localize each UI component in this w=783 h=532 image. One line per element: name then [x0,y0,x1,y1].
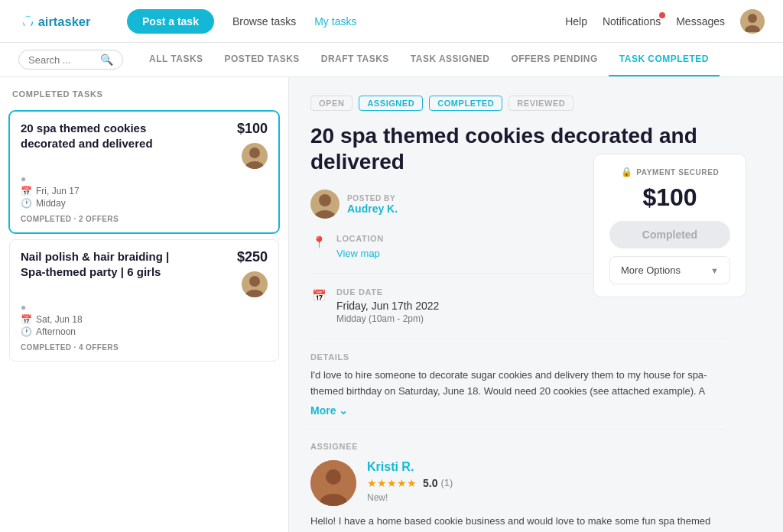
detail-pane: OPEN ASSIGNED COMPLETED REVIEWED 20 spa … [289,77,783,532]
status-steps: OPEN ASSIGNED COMPLETED REVIEWED [310,96,726,111]
more-button[interactable]: More ⌄ [310,404,348,417]
step-completed: COMPLETED [429,96,502,111]
task-date-1: Fri, Jun 17 [36,186,80,196]
tab-task-assigned[interactable]: TASK ASSIGNED [400,43,501,76]
poster-info: POSTED BY Audrey K. [310,190,398,219]
poster-avatar [310,190,340,219]
notification-badge [659,12,665,18]
payment-card: 🔒 PAYMENT SECURED $100 Completed More Op… [593,154,746,297]
rating-score: 5.0 [423,477,437,489]
main-layout: COMPLETED TASKS 20 spa themed cookies de… [0,77,783,532]
calendar-icon-1: 📅 [21,186,32,196]
header-right: Help Notifications Messages [565,9,765,34]
task-card-2[interactable]: Nail polish & hair braiding | Spa-themed… [9,239,279,362]
task-card-title-2: Nail polish & hair braiding | Spa-themed… [21,249,197,279]
svg-point-6 [245,290,264,297]
user-avatar[interactable] [740,9,765,34]
post-task-button[interactable]: Post a task [127,9,214,34]
task-status-2: COMPLETED · 4 offers [21,343,119,352]
svg-point-10 [326,469,341,485]
step-assigned: ASSIGNED [359,96,423,111]
chevron-down-icon: ▼ [710,266,719,275]
task-time-2: Afternoon [36,326,76,337]
task-status-1: COMPLETED · 2 offers [21,215,119,223]
assignee-label: ASSIGNEE [310,442,726,451]
tab-posted-tasks[interactable]: POSTED TASKS [214,43,310,76]
tab-draft-tasks[interactable]: DRAFT TASKS [310,43,400,76]
task-card-price-1: $100 [237,121,268,137]
sidebar: COMPLETED TASKS 20 spa themed cookies de… [0,77,289,532]
due-date-value: Friday, Jun 17th 2022 [336,300,439,312]
clock-icon-2: 🕐 [21,326,32,337]
task-time-1: Midday [36,198,66,209]
detail-wrapper: OPEN ASSIGNED COMPLETED REVIEWED 20 spa … [289,77,783,532]
my-tasks-link[interactable]: My tasks [314,15,356,28]
step-reviewed: REVIEWED [508,96,573,111]
help-link[interactable]: Help [565,15,587,28]
payment-amount: $100 [609,183,730,212]
detail-inner: OPEN ASSIGNED COMPLETED REVIEWED 20 spa … [289,77,748,532]
task-date-2: Sat, Jun 18 [36,314,83,325]
lock-icon: 🔒 [621,167,633,177]
tab-offers-pending[interactable]: OFFERS PENDING [500,43,608,76]
posted-by-label: POSTED BY [347,194,398,203]
due-date-label: DUE DATE [336,287,439,297]
step-open: OPEN [310,96,353,111]
task-card-title-1: 20 spa themed cookies decorated and deli… [21,121,197,151]
tabs-bar: 🔍 ALL TASKS POSTED TASKS DRAFT TASKS TAS… [0,43,783,77]
assignee-avatar [310,460,356,506]
calendar-detail-icon: 📅 [310,289,327,303]
stars-icon: ★★★★★ [367,477,417,489]
rating-count: (1) [440,477,453,488]
clock-icon-1: 🕐 [21,198,32,209]
location-icon: 📍 [310,235,327,249]
due-date-time: Midday (10am - 2pm) [336,313,439,324]
svg-text:airtasker: airtasker [38,15,91,28]
notifications-link[interactable]: Notifications [603,15,661,28]
task-avatar-1 [242,143,268,169]
completed-button: Completed [609,221,730,248]
tab-all-tasks[interactable]: ALL TASKS [138,43,214,76]
assignee-card: Kristi R. ★★★★★ 5.0 (1) New! [310,460,726,506]
assignee-message: Hello! I have a home based cookie busine… [310,514,726,532]
header: airtasker Post a task Browse tasks My ta… [0,0,783,43]
details-label: DETAILS [310,352,726,362]
search-wrap[interactable]: 🔍 [18,50,123,70]
header-nav: Browse tasks My tasks [232,15,547,28]
details-text: I'd love to hire someone to decorate sug… [310,368,726,400]
svg-point-8 [314,210,336,219]
task-avatar-2 [242,271,268,297]
chevron-down-icon: ⌄ [339,404,348,417]
svg-point-1 [748,14,757,23]
assignee-name[interactable]: Kristi R. [367,460,726,474]
svg-point-3 [249,148,260,158]
view-map-link[interactable]: View map [336,248,380,259]
search-input[interactable] [28,54,97,66]
svg-point-7 [319,194,331,206]
logo: airtasker [18,11,102,32]
search-icon: 🔍 [100,54,113,66]
sidebar-section-label: COMPLETED TASKS [0,77,288,105]
more-options-button[interactable]: More Options ▼ [609,256,730,284]
assignee-section: ASSIGNEE Kristi R. ★★★★★ [310,442,726,532]
svg-point-2 [745,25,760,32]
task-card-1[interactable]: 20 spa themed cookies decorated and deli… [9,111,279,233]
location-icon-2: ● [21,302,26,313]
tab-task-completed[interactable]: TASK COMPLETED [609,43,720,76]
location-icon-1: ● [21,174,26,184]
browse-tasks-link[interactable]: Browse tasks [232,15,296,28]
poster-name[interactable]: Audrey K. [347,203,398,215]
svg-point-5 [249,276,260,287]
messages-link[interactable]: Messages [676,15,725,28]
new-badge: New! [367,492,726,503]
svg-point-4 [245,161,264,169]
calendar-icon-2: 📅 [21,314,32,325]
task-card-price-2: $250 [237,249,268,265]
details-section: DETAILS I'd love to hire someone to deco… [310,352,726,417]
payment-label: 🔒 PAYMENT SECURED [609,167,730,177]
